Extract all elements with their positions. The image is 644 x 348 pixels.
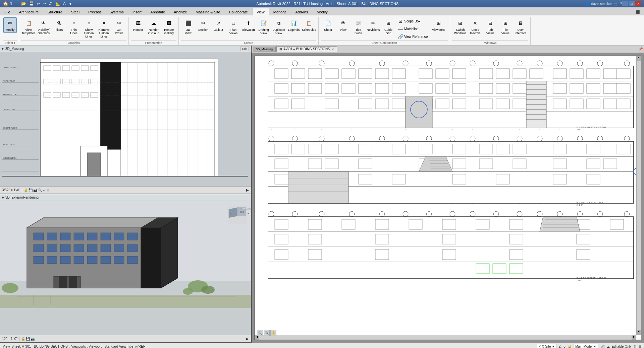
viewport-top-edit-btn[interactable]: Edit: [240, 47, 249, 51]
sheet-tab-building-sections[interactable]: ⊟ A-301 – BUILDING SECTIONS ✕: [276, 46, 337, 52]
sheet-scrollbar-h[interactable]: ◀ ▶: [255, 335, 636, 340]
modify-button[interactable]: ✏ Modify: [3, 17, 17, 33]
sheet-button[interactable]: 📄 Sheet: [321, 17, 335, 33]
scope-box-button[interactable]: ⊡ Scope Box: [396, 17, 429, 25]
tab-contextual[interactable]: ⬛: [631, 8, 644, 15]
expand-btn[interactable]: ▶: [246, 188, 249, 192]
cut-profile-button[interactable]: ✂ CutProfile: [112, 17, 126, 36]
view-reference-button[interactable]: 🔗 View Reference: [396, 33, 429, 40]
svg-rect-166: [617, 69, 630, 79]
expand-icon[interactable]: ⊞: [639, 345, 641, 348]
qa-open[interactable]: 📂: [20, 1, 27, 6]
filters-button[interactable]: ⚗ Filters: [51, 17, 66, 33]
legends-button[interactable]: 📊 Legends: [286, 17, 301, 33]
viewports-button[interactable]: ⊞ Viewports: [429, 17, 448, 33]
render-cloud-button[interactable]: ☁ Renderin Cloud: [146, 17, 161, 36]
sheet-area[interactable]: BUILDING SECTION - 1/8N/8-22 2'=1"-0": [252, 53, 644, 343]
qa-undo[interactable]: ↩: [36, 1, 41, 6]
tab-systems[interactable]: Systems: [105, 8, 128, 15]
window-controls[interactable]: — □ ✕: [622, 1, 641, 6]
quick-access-toolbar[interactable]: 📂 💾 ↩ ↪ 🖨 📐 A ▼: [20, 0, 73, 7]
sheet-tab-close[interactable]: ✕: [331, 48, 334, 51]
title-block-button[interactable]: 📰 TitleBlock: [351, 17, 366, 36]
minimize-button[interactable]: —: [622, 1, 628, 6]
viewport-top[interactable]: ▶ 3D_Massing Edit: [0, 46, 251, 194]
tab-modify[interactable]: Modify: [312, 8, 332, 15]
svg-rect-167: [275, 83, 288, 93]
tab-structure[interactable]: Structure: [43, 8, 67, 15]
3d-view-button[interactable]: ⬛ 3DView: [181, 17, 196, 36]
tab-architecture[interactable]: Architecture: [15, 8, 43, 15]
qa-save[interactable]: 💾: [28, 1, 35, 6]
thin-lines-button[interactable]: ≡ ThinLines: [66, 17, 81, 36]
duplicate-view-button[interactable]: ⧉ DuplicateView: [271, 17, 286, 36]
pin-icon[interactable]: 📌: [639, 47, 643, 51]
elevation-button[interactable]: ⬆ Elevation: [241, 17, 256, 33]
cloud-icon[interactable]: ☁: [606, 345, 610, 348]
svg-marker-91: [141, 228, 161, 288]
status-bar: View 'Sheet: A-301 - BUILDING SECTIONS' …: [0, 343, 644, 348]
close-inactive-button[interactable]: ✕ CloseInactive: [468, 17, 483, 36]
close-button[interactable]: ✕: [635, 1, 641, 6]
site-selector[interactable]: ✕ X-Site ▼: [537, 344, 556, 348]
matchline-button[interactable]: — Matchline: [396, 25, 429, 32]
tab-insert[interactable]: Insert: [128, 8, 146, 15]
user-interface-icon: 🖥: [516, 18, 525, 28]
show-hidden-lines-button[interactable]: ≡ ShowHidden Lines: [82, 17, 96, 40]
plan-views-button[interactable]: □ PlanViews: [226, 17, 241, 36]
schedules-icon: 📋: [304, 18, 314, 28]
view-button[interactable]: 👁 View: [336, 17, 351, 33]
qa-measure[interactable]: 📐: [54, 1, 61, 6]
tab-views-button[interactable]: ⊟ TabViews: [483, 17, 498, 36]
svg-rect-163: [570, 69, 583, 79]
switch-windows-button[interactable]: ⊞ SwitchWindows: [453, 17, 468, 36]
tile-views-button[interactable]: ⊞ TileViews: [498, 17, 513, 36]
render-button[interactable]: 🖼 Render: [131, 17, 146, 33]
svg-rect-154: [392, 69, 406, 79]
qa-print[interactable]: 🖨: [48, 1, 54, 6]
svg-rect-186: [617, 83, 630, 93]
tab-steel[interactable]: Steel: [67, 8, 84, 15]
visibility-graphics-button[interactable]: 👁 Visibility/Graphics: [36, 17, 51, 36]
schedules-button[interactable]: 📋 Schedules: [302, 17, 316, 33]
tab-precast[interactable]: Precast: [84, 8, 105, 15]
tab-analyze[interactable]: Analyze: [169, 8, 191, 15]
tab-annotate[interactable]: Annotate: [146, 8, 169, 15]
qa-more[interactable]: ▼: [67, 1, 73, 6]
sheet-scrollbar-v[interactable]: ▲ ▼: [636, 56, 641, 335]
zoom-in-btn[interactable]: 🔍: [257, 330, 263, 336]
svg-text:SECOND FLOOR: SECOND FLOOR: [3, 127, 17, 129]
settings-icon[interactable]: ⚙: [634, 345, 637, 348]
tab-addins[interactable]: Add-Ins: [291, 8, 312, 15]
tab-collaborate[interactable]: Collaborate: [225, 8, 252, 15]
sheet-nav-controls[interactable]: 🔍 🔍 ✋: [257, 330, 276, 336]
callout-button[interactable]: ↗ Callout: [211, 17, 226, 33]
render-gallery-button[interactable]: 🖼 RenderGallery: [162, 17, 176, 36]
model-selector[interactable]: Main Model ▼: [574, 344, 598, 348]
viewport-bottom[interactable]: ▶ 3D_ExteriorRendering: [0, 194, 251, 343]
revisions-button[interactable]: ✏ Revisions: [366, 17, 381, 33]
sheet-tab-3dmassing[interactable]: 3D_Massing: [253, 47, 276, 52]
view-templates-button[interactable]: 📋 ViewTemplates: [21, 17, 36, 36]
section-button[interactable]: ✂ Section: [196, 17, 211, 33]
remove-hidden-lines-button[interactable]: ✕ RemoveHidden Lines: [97, 17, 111, 40]
tab-file[interactable]: File: [0, 8, 15, 15]
windows-label: Windows: [452, 40, 528, 45]
tab-manage[interactable]: Manage: [269, 8, 291, 15]
qa-redo[interactable]: ↪: [42, 1, 47, 6]
guide-grid-button[interactable]: ⊞ GuideGrid: [381, 17, 396, 36]
qa-text[interactable]: A: [62, 1, 67, 6]
user-interface-button[interactable]: 🖥 UserInterface: [513, 17, 528, 36]
drafting-view-button[interactable]: 📝 DraftingView: [256, 17, 271, 36]
tab-massing[interactable]: Massing & Site: [191, 8, 224, 15]
svg-rect-158: [479, 69, 493, 79]
zoom-out-btn[interactable]: 🔍: [264, 330, 270, 336]
tab-view[interactable]: View: [252, 8, 269, 15]
svg-rect-265: [587, 144, 600, 154]
expand-btn-bottom[interactable]: ▶: [246, 337, 249, 341]
elevation-drawing-area[interactable]: TOP OF PARAPET TOP OF ROOF FOURTH FLOOR …: [0, 52, 251, 186]
sync-icon[interactable]: 🔄: [600, 345, 604, 348]
pan-btn[interactable]: ✋: [270, 330, 276, 336]
3d-rendering-area[interactable]: Top L R: [0, 201, 251, 335]
maximize-button[interactable]: □: [629, 1, 635, 6]
